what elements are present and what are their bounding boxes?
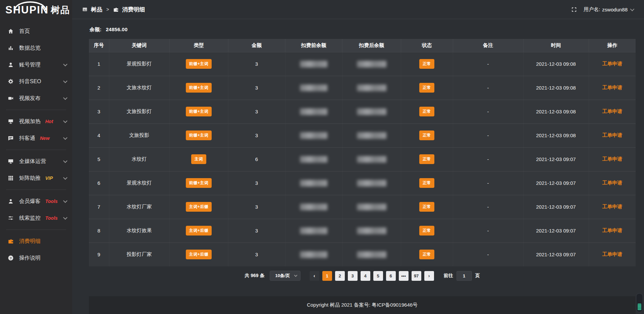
cell-time: 2021-12-03 09:07	[523, 219, 589, 243]
consumption-table: 序号 关键词 类型 金额 扣费前余额 扣费后余额 状态 备注 时间 操作 1 景…	[89, 39, 636, 266]
ticket-apply-link[interactable]: 工单申请	[602, 251, 622, 257]
total-count: 共 969 条	[245, 273, 264, 279]
cell-balance-after	[342, 219, 401, 243]
ticket-apply-link[interactable]: 工单申请	[602, 156, 622, 162]
sidebar-item-consumption-details[interactable]: 消费明细	[0, 233, 72, 250]
col-header-type: 类型	[169, 39, 228, 52]
table-row: 8 水纹灯效果 主词+后缀 3 正常 - 2021-12-03 09:07 工单…	[89, 219, 636, 243]
status-badge: 正常	[419, 83, 434, 93]
cell-remark: -	[453, 147, 523, 171]
app-logo: SHUPIN 树品	[0, 0, 72, 20]
sidebar-item-matrix-boost[interactable]: 矩阵助推 VIP	[0, 170, 72, 187]
widget-bars-icon	[638, 304, 641, 310]
cell-no: 4	[89, 123, 109, 147]
ticket-apply-link[interactable]: 工单申请	[602, 132, 622, 138]
sidebar-item-data-overview[interactable]: 数据总览	[0, 40, 72, 56]
redacted-balance	[300, 180, 327, 187]
page-button-4[interactable]: 4	[361, 271, 370, 281]
footer: Copyright 树品 2021 备案号: 粤ICP备09019646号	[89, 296, 636, 314]
cell-balance-after	[342, 171, 401, 195]
sidebar-item-member-burst[interactable]: 会员爆客 Tools	[0, 193, 72, 210]
cell-no: 9	[89, 243, 109, 266]
sidebar-nav: 首页 数据总览 账号管理 抖音SEO 视频发布	[0, 20, 72, 266]
sidebar-item-douyin-seo[interactable]: 抖音SEO	[0, 73, 72, 90]
chevron-down-icon	[63, 215, 67, 220]
sliders-icon	[7, 215, 14, 221]
ticket-apply-link[interactable]: 工单申请	[602, 85, 622, 90]
cell-balance-before	[285, 243, 342, 266]
heat-icon	[7, 118, 14, 124]
cell-keyword: 水纹灯厂家	[109, 195, 169, 219]
breadcrumb-root[interactable]: 树品	[91, 6, 102, 13]
cell-action: 工单申请	[589, 100, 636, 123]
cell-time: 2021-12-03 09:07	[523, 147, 589, 171]
page-button-5[interactable]: 5	[373, 271, 383, 281]
ticket-apply-link[interactable]: 工单申请	[602, 204, 622, 209]
cell-type: 前缀+主词	[169, 123, 228, 147]
cell-keyword: 水纹灯	[109, 147, 169, 171]
table-row: 9 投影灯厂家 主词+后缀 3 正常 - 2021-12-03 09:07 工单…	[89, 243, 636, 266]
page-button-97[interactable]: 97	[412, 271, 421, 281]
redacted-balance	[357, 132, 386, 139]
page-button-2[interactable]: 2	[335, 271, 345, 281]
page-ellipsis-button[interactable]: •••	[399, 271, 409, 281]
user-menu[interactable]: 用户名: zswodun88	[584, 6, 633, 13]
scroll-widget[interactable]	[636, 293, 643, 312]
cell-keyword: 文旅水纹灯	[109, 76, 169, 100]
cell-remark: -	[453, 243, 523, 266]
ticket-apply-link[interactable]: 工单申请	[602, 227, 622, 233]
jump-page-input[interactable]	[457, 271, 472, 281]
ticket-apply-link[interactable]: 工单申请	[602, 180, 622, 186]
jump-label: 前往	[444, 273, 453, 279]
sidebar-item-lead-monitor[interactable]: 线索监控 Tools	[0, 210, 72, 226]
svg-text:?: ?	[10, 256, 12, 260]
cell-action: 工单申请	[589, 147, 636, 171]
cell-keyword: 水纹灯效果	[109, 219, 169, 243]
sidebar: SHUPIN 树品 首页 数据总览 账号管理	[0, 0, 72, 314]
home-icon	[7, 28, 14, 34]
logo-arc-decoration	[14, 1, 46, 10]
page-button-1[interactable]: 1	[322, 271, 332, 281]
page-size-select[interactable]: 10条/页	[270, 271, 301, 281]
cell-amount: 3	[228, 100, 285, 123]
table-row: 6 景观水纹灯 前缀+主词 3 正常 - 2021-12-03 09:07 工单…	[89, 171, 636, 195]
vip-badge: VIP	[45, 175, 53, 181]
status-badge: 正常	[419, 202, 434, 212]
redacted-balance	[300, 156, 327, 163]
cell-keyword: 文旅投影灯	[109, 100, 169, 123]
cell-balance-before	[285, 123, 342, 147]
sidebar-item-account-management[interactable]: 账号管理	[0, 56, 72, 73]
sidebar-item-all-media[interactable]: 全媒体运营	[0, 153, 72, 170]
ticket-apply-link[interactable]: 工单申请	[602, 108, 622, 114]
cell-action: 工单申请	[589, 171, 636, 195]
prev-page-button[interactable]: ‹	[310, 271, 319, 281]
cell-amount: 3	[228, 52, 285, 76]
sidebar-divider	[6, 110, 66, 110]
cell-keyword: 投影灯厂家	[109, 243, 169, 266]
cell-action: 工单申请	[589, 243, 636, 266]
table-row: 3 文旅投影灯 前缀+主词 3 正常 - 2021-12-03 09:08 工单…	[89, 100, 636, 123]
status-badge: 正常	[419, 59, 434, 69]
next-page-button[interactable]: ›	[424, 271, 434, 281]
sidebar-item-video-heat[interactable]: 视频加热 Hot	[0, 113, 72, 130]
page-button-6[interactable]: 6	[386, 271, 396, 281]
cell-balance-after	[342, 195, 401, 219]
ticket-apply-link[interactable]: 工单申请	[602, 61, 622, 66]
sidebar-item-instructions[interactable]: ? 操作说明	[0, 250, 72, 266]
cell-remark: -	[453, 171, 523, 195]
page-button-3[interactable]: 3	[348, 271, 358, 281]
cell-status: 正常	[401, 147, 453, 171]
sidebar-item-doukertong[interactable]: 抖客通 New	[0, 130, 72, 147]
redacted-balance	[300, 61, 327, 67]
user-icon	[7, 62, 14, 68]
col-header-balance-after: 扣费后余额	[342, 39, 401, 52]
sidebar-item-video-publish[interactable]: 视频发布	[0, 90, 72, 107]
chevron-down-icon	[63, 159, 67, 163]
type-badge: 前缀+主词	[186, 59, 212, 69]
chevron-down-icon	[63, 79, 67, 83]
cell-action: 工单申请	[589, 123, 636, 147]
type-badge: 主词+后缀	[186, 226, 212, 235]
fullscreen-icon[interactable]	[571, 7, 577, 12]
sidebar-item-home[interactable]: 首页	[0, 23, 72, 40]
cell-balance-after	[342, 76, 401, 100]
